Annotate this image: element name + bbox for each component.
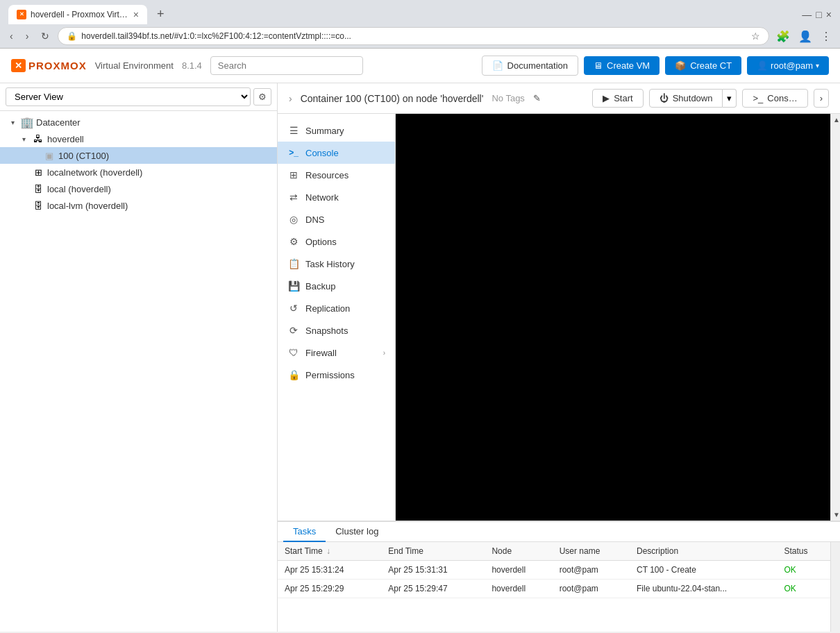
vm-icon: 🖥	[594, 60, 603, 71]
tree-item-local-lvm[interactable]: 🗄 local-lvm (hoverdell)	[0, 197, 277, 214]
nav-item-backup[interactable]: 💾 Backup	[278, 275, 395, 297]
header-actions: ▶ Start ⏻ Shutdown ▾ >_ Co	[592, 89, 829, 108]
sidebar-header: Server View ⚙	[0, 83, 277, 111]
options-icon: ⚙	[287, 235, 300, 248]
task-history-icon: 📋	[287, 258, 300, 270]
table-row[interactable]: Apr 25 15:29:29 Apr 25 15:29:47 hoverdel…	[278, 580, 830, 598]
local-label: local (hoverdell)	[47, 184, 111, 194]
col-end-time[interactable]: End Time	[381, 542, 485, 561]
browser-actions: 🧩 👤 ⋮	[773, 28, 834, 44]
docs-icon: 📄	[492, 60, 503, 71]
url-input[interactable]	[81, 31, 747, 41]
scroll-down-button[interactable]: ▼	[831, 509, 840, 521]
col-start-time[interactable]: Start Time ↓	[278, 542, 381, 561]
search-input[interactable]	[210, 56, 363, 75]
console-icon: >_	[753, 93, 763, 103]
search-area	[210, 56, 363, 75]
nav-item-permissions[interactable]: 🔒 Permissions	[278, 364, 395, 386]
tasks-tab[interactable]: Tasks	[283, 522, 326, 542]
refresh-button[interactable]: ↻	[37, 28, 53, 44]
container-header: › Container 100 (CT100) on node 'hoverde…	[278, 83, 840, 114]
node-cell: hoverdell	[485, 580, 552, 598]
sort-arrow-icon: ↓	[326, 546, 330, 556]
tree-item-hoverdell[interactable]: ▾ 🖧 hoverdell	[0, 130, 277, 147]
back-button[interactable]: ‹	[6, 28, 17, 44]
extensions-icon[interactable]: 🧩	[773, 28, 793, 44]
table-row[interactable]: Apr 25 15:31:24 Apr 25 15:31:31 hoverdel…	[278, 561, 830, 580]
col-user-name[interactable]: User name	[553, 542, 630, 561]
tab-close-button[interactable]: ×	[133, 9, 139, 20]
logo-icon: ✕	[11, 59, 26, 72]
shutdown-button[interactable]: ⏻ Shutdown	[649, 89, 723, 108]
address-bar[interactable]: 🔒 ☆	[58, 27, 769, 45]
minimize-icon[interactable]: —	[802, 9, 812, 20]
col-status[interactable]: Status	[777, 542, 830, 561]
bookmark-icon[interactable]: ☆	[751, 31, 760, 42]
hoverdell-label: hoverdell	[47, 134, 84, 144]
start-button[interactable]: ▶ Start	[592, 89, 643, 108]
shutdown-button-group: ⏻ Shutdown ▾	[649, 89, 737, 108]
browser-toolbar: ‹ › ↻ 🔒 ☆ 🧩 👤 ⋮	[0, 24, 840, 48]
breadcrumb-arrow: ›	[289, 93, 292, 104]
lock-icon: 🔒	[67, 31, 77, 41]
nav-item-network[interactable]: ⇄ Network	[278, 186, 395, 208]
backup-label: Backup	[305, 281, 335, 292]
app-version: 8.1.4	[182, 60, 202, 71]
tree-item-datacenter[interactable]: ▾ 🏢 Datacenter	[0, 114, 277, 130]
tree-item-local[interactable]: 🗄 local (hoverdell)	[0, 180, 277, 197]
logo-name: PROXMOX	[28, 60, 87, 71]
nav-item-summary[interactable]: ☰ Summary	[278, 119, 395, 142]
shutdown-dropdown-button[interactable]: ▾	[723, 89, 737, 108]
col-description[interactable]: Description	[630, 542, 777, 561]
tree-item-localnetwork[interactable]: ⊞ localnetwork (hoverdell)	[0, 164, 277, 180]
create-ct-button[interactable]: 📦 Create CT	[665, 56, 741, 75]
more-actions-button[interactable]: ›	[814, 89, 829, 108]
chevron-down-icon: ▾	[727, 93, 732, 103]
firewall-icon: 🛡	[287, 346, 300, 359]
status-cell: OK	[777, 580, 830, 598]
proxmox-logo: ✕ PROXMOX	[11, 59, 87, 72]
nav-item-console[interactable]: >_ Console	[278, 142, 395, 164]
nav-item-snapshots[interactable]: ⟳ Snapshots	[278, 319, 395, 341]
right-scrollbar[interactable]: ▲ ▼	[830, 114, 840, 521]
nav-item-replication[interactable]: ↺ Replication	[278, 297, 395, 319]
new-tab-button[interactable]: +	[151, 4, 170, 24]
forward-button[interactable]: ›	[22, 28, 33, 44]
topbar: ✕ PROXMOX Virtual Environment 8.1.4 📄 Do…	[0, 49, 840, 83]
create-vm-button[interactable]: 🖥 Create VM	[584, 56, 660, 75]
node-cell: hoverdell	[485, 561, 552, 580]
power-icon: ⏻	[660, 93, 669, 103]
network-label: Network	[305, 192, 339, 203]
description-cell: CT 100 - Create	[630, 561, 777, 580]
scroll-track[interactable]	[831, 126, 840, 509]
console-button[interactable]: >_ Cons…	[742, 89, 807, 108]
sidebar-settings-button[interactable]: ⚙	[253, 88, 271, 106]
container-title: Container 100 (CT100) on node 'hoverdell…	[301, 93, 484, 104]
expand-datacenter-icon: ▾	[11, 119, 21, 126]
nav-item-task-history[interactable]: 📋 Task History	[278, 253, 395, 275]
edit-tags-button[interactable]: ✎	[533, 93, 541, 103]
end-time-cell: Apr 25 15:29:47	[381, 580, 485, 598]
nav-item-resources[interactable]: ⊞ Resources	[278, 164, 395, 186]
middle-content: ☰ Summary >_ Console ⊞ Resources ⇄ Netwo…	[278, 114, 840, 521]
col-node[interactable]: Node	[485, 542, 552, 561]
maximize-icon[interactable]: □	[816, 9, 821, 20]
nav-item-options[interactable]: ⚙ Options	[278, 230, 395, 253]
nav-item-firewall[interactable]: 🛡 Firewall ›	[278, 341, 395, 364]
menu-icon[interactable]: ⋮	[818, 28, 834, 44]
documentation-button[interactable]: 📄 Documentation	[482, 56, 578, 76]
profile-icon[interactable]: 👤	[796, 28, 815, 44]
terminal-area[interactable]	[396, 114, 830, 521]
user-menu-button[interactable]: 👤 root@pam ▾	[747, 56, 829, 75]
close-icon[interactable]: ×	[826, 9, 832, 20]
tree-item-ct100[interactable]: ▣ 100 (CT100)	[0, 147, 277, 164]
cluster-log-tab[interactable]: Cluster log	[326, 522, 388, 542]
node-icon: 🖧	[32, 133, 44, 145]
nav-item-dns[interactable]: ◎ DNS	[278, 208, 395, 230]
server-view-select[interactable]: Server View	[6, 87, 251, 106]
localnetwork-label: localnetwork (hoverdell)	[47, 167, 142, 178]
user-cell: root@pam	[553, 580, 630, 598]
scroll-up-button[interactable]: ▲	[831, 114, 840, 126]
browser-tab[interactable]: ✕ hoverdell - Proxmox Virt… ×	[8, 5, 147, 24]
bottom-scrollbar[interactable]	[830, 542, 840, 632]
